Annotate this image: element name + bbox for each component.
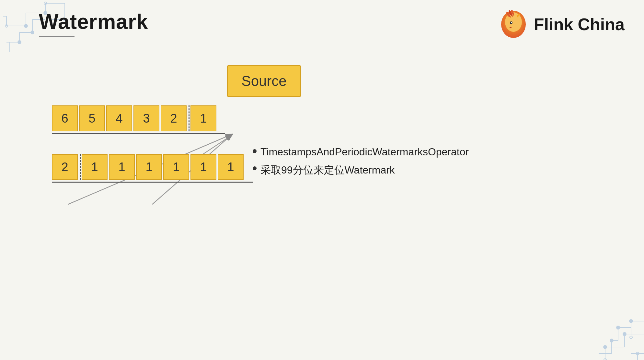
- bullet-list: TimestampsAndPeriodicWatermarksOperator …: [253, 146, 469, 183]
- seq-box-r2-1e: 1: [190, 154, 216, 180]
- seq-box-1: 1: [190, 105, 216, 131]
- bullet-text-1: TimestampsAndPeriodicWatermarksOperator: [260, 146, 469, 158]
- row1-container: 6 5 4 3 2 1: [52, 105, 225, 134]
- seq-box-4: 4: [106, 105, 132, 131]
- svg-point-36: [604, 345, 607, 349]
- source-label: Source: [241, 73, 286, 89]
- svg-point-39: [610, 339, 613, 342]
- seq-box-3: 3: [133, 105, 159, 131]
- diagram-area: Source 6 5 4 3 2 1 2 1 1 1 1 1 1: [26, 58, 618, 328]
- bullet-dot-2: [253, 166, 257, 170]
- logo-area: Flink China: [499, 10, 625, 39]
- row2-underline: [52, 182, 253, 183]
- dashed-sep-row2: [80, 154, 81, 180]
- header: Watermark Flink Ch: [39, 10, 625, 39]
- seq-box-6: 6: [52, 105, 78, 131]
- svg-point-18: [18, 41, 21, 44]
- bullet-text-2: 采取99分位来定位Watermark: [260, 163, 395, 177]
- seq-box-r2-1b: 1: [109, 154, 135, 180]
- seq-box-5: 5: [79, 105, 105, 131]
- svg-point-15: [24, 24, 28, 28]
- seq-box-r2-1a: 1: [82, 154, 108, 180]
- svg-line-49: [200, 135, 233, 156]
- page-title: Watermark: [39, 10, 148, 34]
- seq-box-r2-1f: 1: [218, 154, 244, 180]
- flink-logo-icon: [499, 10, 528, 39]
- seq-box-2: 2: [161, 105, 187, 131]
- title-area: Watermark: [39, 10, 148, 37]
- row2-container: 2 1 1 1 1 1 1: [52, 154, 253, 183]
- svg-point-35: [623, 332, 626, 336]
- seq-box-r2-1d: 1: [163, 154, 189, 180]
- svg-point-46: [511, 22, 512, 23]
- bullet-item-2: 采取99分位来定位Watermark: [253, 163, 469, 177]
- source-box: Source: [227, 65, 301, 97]
- bullet-item-1: TimestampsAndPeriodicWatermarksOperator: [253, 146, 469, 158]
- row1-underline: [52, 133, 225, 134]
- title-underline: [39, 36, 75, 37]
- arrows-svg: [26, 58, 618, 328]
- seq-box-r2-2: 2: [52, 154, 78, 180]
- seq-box-r2-1c: 1: [136, 154, 162, 180]
- dashed-sep-row1: [189, 105, 190, 131]
- svg-point-47: [510, 27, 512, 28]
- svg-point-37: [629, 319, 633, 323]
- logo-text: Flink China: [534, 15, 625, 34]
- svg-point-17: [31, 31, 34, 34]
- bullet-dot-1: [253, 149, 257, 153]
